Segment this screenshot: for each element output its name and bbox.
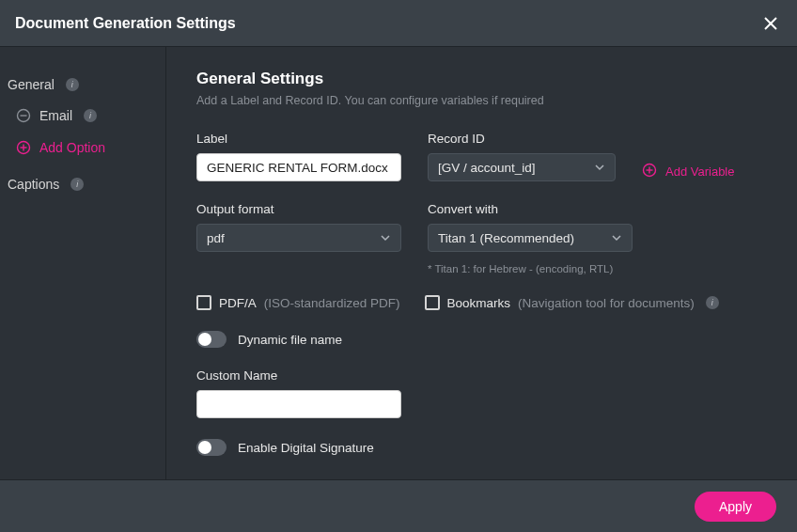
close-button[interactable] [759,12,782,35]
dialog-title: Document Generation Settings [15,15,236,32]
pdfa-sublabel: (ISO-standardized PDF) [264,296,400,310]
dynamic-filename-toggle[interactable] [196,331,227,348]
pdfa-checkbox-row: PDF/A (ISO-standardized PDF) [196,295,400,310]
sidebar-item-general[interactable]: General i [8,70,165,100]
custom-name-label: Custom Name [196,368,401,383]
add-variable-button[interactable]: Add Variable [642,142,734,180]
info-icon: i [706,296,719,309]
info-icon: i [84,109,97,122]
dynamic-filename-label: Dynamic file name [238,333,342,347]
sidebar-item-email[interactable]: Email i [8,100,165,132]
bookmarks-checkbox[interactable] [425,295,440,310]
sidebar: General i Email i Add Option Captions i [0,47,166,479]
add-variable-label: Add Variable [665,164,734,179]
sidebar-item-add-option[interactable]: Add Option [8,132,165,164]
bookmarks-checkbox-row: Bookmarks (Navigation tool for documents… [425,295,719,310]
chevron-down-icon [380,232,391,243]
sidebar-item-captions[interactable]: Captions i [8,169,165,199]
plus-circle-icon [642,163,659,180]
convert-with-label: Convert with [428,202,633,216]
chevron-down-icon [611,232,622,243]
sidebar-item-label: General [8,77,55,92]
output-format-value: pdf [207,231,225,245]
convert-with-value: Titan 1 (Recommended) [438,231,574,245]
apply-button[interactable]: Apply [695,492,776,522]
convert-with-note: * Titan 1: for Hebrew - (encoding, RTL) [428,263,633,274]
dialog-header: Document Generation Settings [0,0,797,47]
convert-with-select[interactable]: Titan 1 (Recommended) [428,224,633,252]
info-icon: i [70,178,84,191]
plus-circle-icon [15,139,32,156]
digital-signature-toggle[interactable] [196,439,227,456]
sidebar-item-label: Add Option [39,140,105,155]
bookmarks-sublabel: (Navigation tool for documents) [518,296,695,310]
sidebar-item-label: Captions [8,177,59,192]
chevron-down-icon [594,162,605,173]
pdfa-checkbox[interactable] [196,295,211,310]
main-panel: General Settings Add a Label and Record … [166,47,797,479]
record-id-select[interactable]: [GV / account_id] [428,153,616,181]
bookmarks-label: Bookmarks [447,296,511,310]
pdfa-label: PDF/A [219,296,257,310]
minus-circle-icon [15,107,32,124]
output-format-label: Output format [196,202,401,216]
record-id-value: [GV / account_id] [438,161,536,175]
output-format-select[interactable]: pdf [196,224,401,252]
sidebar-item-label: Email [39,108,72,123]
label-field-label: Label [196,132,401,146]
label-input[interactable] [196,153,401,181]
section-heading: General Settings [196,70,767,88]
section-hint: Add a Label and Record ID. You can confi… [196,94,767,107]
info-icon: i [66,78,79,91]
custom-name-input[interactable] [196,390,401,418]
dialog-footer: Apply [0,479,797,532]
record-id-label: Record ID [428,132,616,146]
close-icon [763,16,778,31]
digital-signature-label: Enable Digital Signature [238,441,374,455]
